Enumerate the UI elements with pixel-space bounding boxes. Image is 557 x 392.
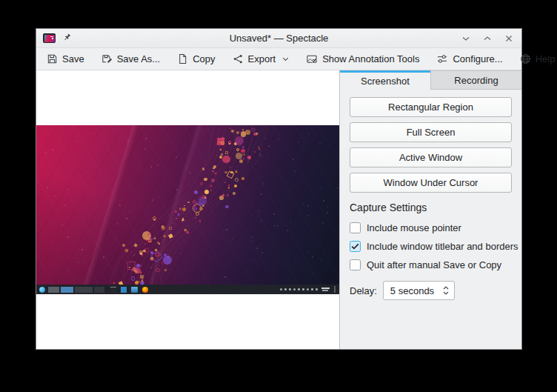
- setting-row-include-mouse-pointer: Include mouse pointer: [350, 222, 512, 233]
- side-panel: ScreenshotRecording Rectangular RegionFu…: [339, 70, 521, 349]
- maximize-button[interactable]: [481, 33, 493, 44]
- preview-taskbar: [36, 285, 339, 294]
- toolbar-item-label: Save As...: [117, 53, 161, 64]
- taskbar-system-tray: [280, 286, 338, 293]
- capture-settings-heading: Capture Settings: [350, 202, 512, 213]
- export-icon: [233, 53, 244, 64]
- taskbar-launcher-icon: [39, 287, 45, 293]
- toolbar-item-help[interactable]: Help: [520, 53, 557, 64]
- screenshot-preview-image: [36, 125, 339, 294]
- delay-label: Delay:: [350, 285, 377, 296]
- delay-value: 5 seconds: [390, 285, 434, 296]
- delay-spinbox[interactable]: 5 seconds: [383, 281, 455, 300]
- setting-row-include-window-titlebar-and-borders: Include window titlebar and borders: [350, 240, 512, 252]
- toolbar-item-label: Export: [248, 53, 276, 64]
- checkbox-include-mouse-pointer[interactable]: [350, 222, 361, 233]
- titlebar[interactable]: Unsaved* — Spectacle: [36, 29, 521, 48]
- checkbox-label: Include mouse pointer: [367, 222, 461, 233]
- spectacle-app-icon: [43, 33, 56, 43]
- button-active-window[interactable]: Active Window: [350, 147, 512, 167]
- toolbar-item-configure[interactable]: Configure...: [436, 53, 502, 64]
- copy-icon: [177, 53, 188, 64]
- setting-row-quit-after-manual-save-or-copy: Quit after manual Save or Copy: [350, 259, 512, 270]
- pin-icon[interactable]: [62, 33, 72, 44]
- spin-down-icon: [443, 291, 449, 295]
- spin-up-icon: [443, 286, 449, 290]
- taskbar-firefox-icon: [142, 287, 148, 293]
- app-window: Unsaved* — Spectacle SaveSave As...CopyE…: [36, 28, 522, 350]
- toolbar-item-export[interactable]: Export: [233, 53, 290, 64]
- toolbar-item-save[interactable]: Save: [47, 53, 84, 64]
- toolbar-item-copy[interactable]: Copy: [177, 53, 215, 64]
- checkbox-label: Include window titlebar and borders: [367, 241, 518, 252]
- help-icon: [520, 53, 531, 64]
- button-rectangular-region[interactable]: Rectangular Region: [350, 97, 512, 117]
- main-toolbar: SaveSave As...CopyExportShow Annotation …: [36, 48, 521, 70]
- spinbox-arrows[interactable]: [443, 286, 449, 295]
- checkbox-include-window-titlebar-and-borders[interactable]: [350, 241, 361, 252]
- configure-icon: [436, 53, 448, 64]
- minimize-button[interactable]: [460, 33, 472, 44]
- screenshot-stage: Unsaved* — Spectacle SaveSave As...CopyE…: [0, 0, 557, 392]
- button-window-under-cursor[interactable]: Window Under Cursor: [350, 173, 512, 193]
- annotation-icon: [306, 53, 318, 64]
- toolbar-item-save-as[interactable]: Save As...: [101, 53, 161, 64]
- tab-screenshot[interactable]: Screenshot: [340, 70, 430, 90]
- toolbar-item-label: Save: [62, 53, 84, 64]
- tab-bar: ScreenshotRecording: [340, 70, 521, 90]
- save-as-icon: [101, 53, 113, 64]
- window-title: Unsaved* — Spectacle: [36, 33, 521, 44]
- taskbar-clock: [321, 288, 330, 292]
- toolbar-item-label: Help: [536, 53, 556, 64]
- close-button[interactable]: [503, 33, 515, 44]
- preview-pane: [36, 70, 339, 349]
- chevron-down-icon: [282, 57, 289, 62]
- toolbar-item-show-annotation-tools[interactable]: Show Annotation Tools: [306, 53, 419, 64]
- taskbar-konsole-icon: [110, 287, 116, 293]
- checkbox-label: Quit after manual Save or Copy: [367, 259, 501, 270]
- toolbar-item-label: Copy: [193, 53, 215, 64]
- tab-recording[interactable]: Recording: [430, 70, 521, 90]
- toolbar-item-label: Configure...: [453, 53, 502, 64]
- taskbar-settings-icon: [121, 287, 127, 293]
- taskbar-dolphin-icon: [131, 287, 138, 293]
- checkbox-quit-after-manual-save-or-copy[interactable]: [350, 259, 361, 270]
- save-icon: [47, 53, 58, 64]
- toolbar-item-label: Show Annotation Tools: [322, 53, 419, 64]
- button-full-screen[interactable]: Full Screen: [350, 122, 512, 142]
